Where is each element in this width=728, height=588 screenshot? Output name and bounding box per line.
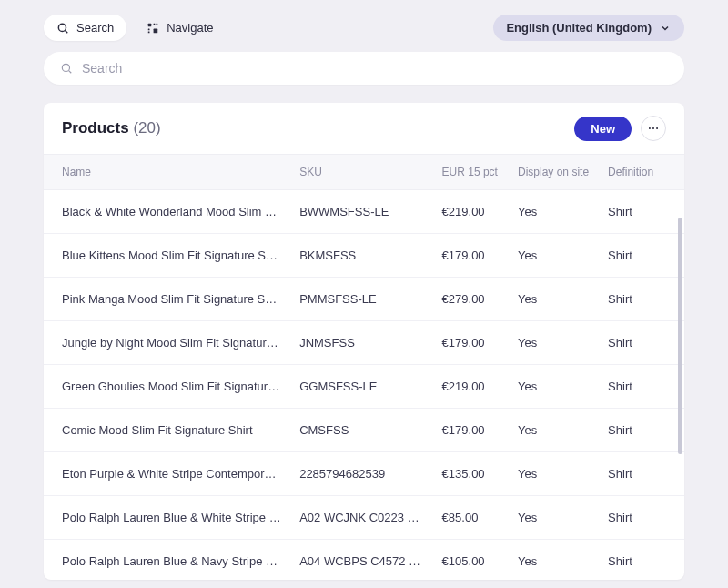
cell-price: €85.00 [433,496,509,540]
cell-definition: Shirt [599,321,684,365]
search-icon [60,62,73,75]
cell-name: Blue Kittens Mood Slim Fit Signature Shi… [44,234,290,278]
cell-definition: Shirt [599,365,684,409]
navigate-icon [147,22,159,35]
card-header: Products (20) New [44,103,684,154]
new-button[interactable]: New [574,117,632,141]
cell-definition: Shirt [599,452,684,496]
table-row[interactable]: Blue Kittens Mood Slim Fit Signature Shi… [44,234,684,278]
cell-sku: JNMSFSS [290,321,432,365]
cell-display: Yes [509,190,599,234]
cell-price: €179.00 [433,409,509,452]
cell-name: Polo Ralph Lauren Blue & Navy Stripe Cus… [44,540,290,581]
navigate-button-label: Navigate [167,21,213,35]
scrollbar[interactable] [678,218,682,454]
cell-sku: BKMSFSS [290,234,432,278]
svg-line-1 [66,30,68,33]
cell-definition: Shirt [599,278,684,321]
cell-display: Yes [509,278,599,321]
cell-name: Polo Ralph Lauren Blue & White Stripe Cu… [44,496,290,540]
search-icon [56,22,69,35]
table-row[interactable]: Jungle by Night Mood Slim Fit Signature … [44,321,684,365]
svg-point-8 [62,64,69,71]
col-header-definition[interactable]: Definition [599,155,684,190]
cell-display: Yes [509,496,599,540]
table-row[interactable]: Pink Manga Mood Slim Fit Signature Shirt… [44,278,684,321]
table-row[interactable]: Green Ghoulies Mood Slim Fit Signature S… [44,365,684,409]
cell-price: €219.00 [433,190,509,234]
cell-name: Pink Manga Mood Slim Fit Signature Shirt… [44,278,290,321]
products-table: Name SKU EUR 15 pct Display on site Defi… [44,154,684,580]
table-row[interactable]: Polo Ralph Lauren Blue & White Stripe Cu… [44,496,684,540]
topbar: Search Navigate English (United Kingdom) [0,0,728,52]
cell-display: Yes [509,452,599,496]
col-header-price[interactable]: EUR 15 pct [433,155,509,190]
table-row[interactable]: Black & White Wonderland Mood Slim Fit S… [44,190,684,234]
language-label: English (United Kingdom) [506,21,652,35]
search-button-label: Search [76,21,114,35]
cell-display: Yes [509,234,599,278]
cell-price: €135.00 [433,452,509,496]
cell-sku: CMSFSS [290,409,432,452]
cell-sku: PMMSFSS-LE [290,278,432,321]
svg-rect-2 [148,23,152,26]
cell-sku: A04 WCBPS C4572 G... [290,540,432,581]
cell-name: Eton Purple & White Stripe Contemporary … [44,452,290,496]
topbar-left: Search Navigate [44,15,227,41]
search-button[interactable]: Search [44,15,126,41]
cell-definition: Shirt [599,409,684,452]
language-select[interactable]: English (United Kingdom) [493,15,684,41]
cell-definition: Shirt [599,540,684,581]
cell-price: €179.00 [433,234,509,278]
cell-display: Yes [509,365,599,409]
cell-sku: GGMSFSS-LE [290,365,432,409]
cell-definition: Shirt [599,496,684,540]
svg-rect-6 [148,31,150,33]
title-count: (20) [133,119,160,137]
search-box[interactable] [44,52,684,85]
header-actions: New [574,116,666,141]
svg-point-10 [649,127,651,129]
search-input[interactable] [82,61,668,76]
navigate-button[interactable]: Navigate [134,15,226,41]
svg-point-0 [58,24,66,31]
page-title: Products (20) [62,119,161,137]
ellipsis-icon [647,122,660,135]
col-header-sku[interactable]: SKU [290,155,432,190]
svg-point-11 [652,127,654,129]
svg-rect-3 [154,23,156,25]
products-card: Products (20) New Name SKU EUR 15 pct D [44,103,684,580]
title-text: Products [62,119,129,137]
cell-price: €105.00 [433,540,509,581]
cell-definition: Shirt [599,190,684,234]
cell-price: €219.00 [433,365,509,409]
cell-name: Black & White Wonderland Mood Slim Fit S… [44,190,290,234]
cell-name: Comic Mood Slim Fit Signature Shirt [44,409,290,452]
cell-price: €179.00 [433,321,509,365]
cell-price: €279.00 [433,278,509,321]
col-header-display[interactable]: Display on site [509,155,599,190]
table-container: Name SKU EUR 15 pct Display on site Defi… [44,154,684,580]
table-row[interactable]: Eton Purple & White Stripe Contemporary … [44,452,684,496]
svg-point-12 [656,127,658,129]
search-wrapper [0,52,728,96]
cell-sku: A02 WCJNK C0223 C... [290,496,432,540]
cell-display: Yes [509,409,599,452]
cell-sku: BWWMSFSS-LE [290,190,432,234]
svg-line-9 [69,71,72,74]
col-header-name[interactable]: Name [44,155,290,190]
table-row[interactable]: Comic Mood Slim Fit Signature ShirtCMSFS… [44,409,684,452]
cell-sku: 2285794682539 [290,452,432,496]
chevron-down-icon [659,22,672,35]
svg-rect-5 [148,28,150,30]
cell-display: Yes [509,540,599,581]
svg-rect-7 [154,28,158,33]
table-row[interactable]: Polo Ralph Lauren Blue & Navy Stripe Cus… [44,540,684,581]
cell-name: Green Ghoulies Mood Slim Fit Signature S… [44,365,290,409]
table-body: Black & White Wonderland Mood Slim Fit S… [44,190,684,581]
svg-rect-4 [157,23,158,25]
cell-definition: Shirt [599,234,684,278]
more-button[interactable] [641,116,666,141]
cell-display: Yes [509,321,599,365]
cell-name: Jungle by Night Mood Slim Fit Signature … [44,321,290,365]
